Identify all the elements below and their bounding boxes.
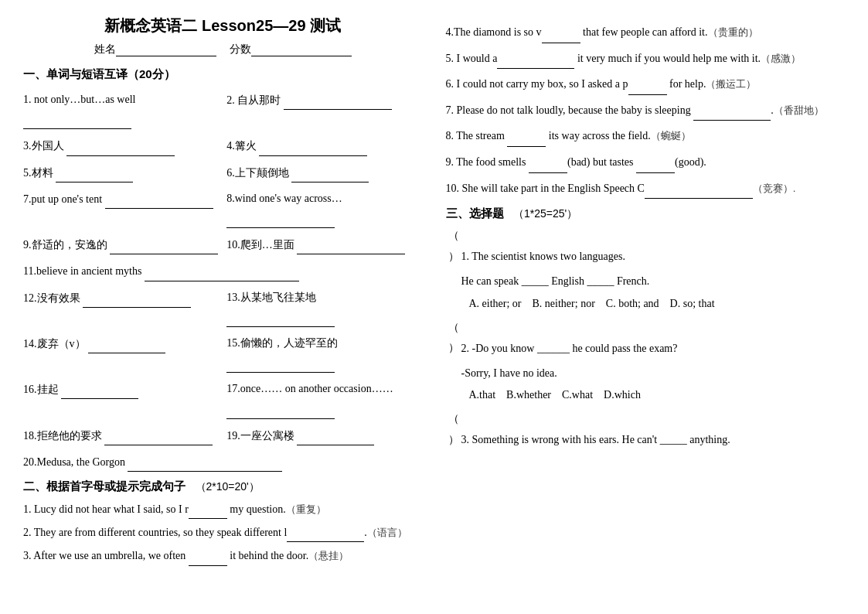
list-item: 1. Lucy did not hear what I said, so I r… <box>23 499 423 519</box>
list-item: 13.从某地飞往某地 <box>226 288 422 327</box>
list-item: 6. I could not carry my box, so I asked … <box>446 73 846 95</box>
list-item: 6.上下颠倒地 <box>226 162 422 182</box>
list-item: 20.Medusa, the Gorgon <box>23 452 423 472</box>
question-item: （ ）2. -Do you know ______ he could pass … <box>446 318 846 359</box>
subtitle: 姓名 分数 <box>23 43 423 56</box>
item-text: not only…but…as well <box>34 94 135 105</box>
list-item: 8. The stream its way across the field.（… <box>446 125 846 147</box>
list-item: 17.once…… on another occasion…… <box>226 379 422 418</box>
section3-title: 三、选择题 （1*25=25'） <box>446 206 846 221</box>
page-title: 新概念英语二 Lesson25—29 测试 <box>23 15 423 36</box>
section2-title: 二、根据首字母或提示完成句子 （2*10=20'） <box>23 479 423 494</box>
list-item: 5. I would a it very much if you would h… <box>446 48 846 70</box>
question-item: （ ）3. Something is wrong with his ears. … <box>446 409 846 450</box>
list-item: 3. After we use an umbrella, we often it… <box>23 545 423 565</box>
name-label: 姓名 <box>94 43 116 55</box>
list-item: 8.wind one's way across… <box>226 189 422 228</box>
list-item: 19.一座公寓楼 <box>226 425 422 445</box>
list-item: 14.废弃（v） <box>23 333 219 373</box>
choice-options: A. either; or B. neither; nor C. both; a… <box>469 294 846 313</box>
list-item: 11.believe in ancient myths <box>23 261 423 281</box>
list-item: 3.外国人 <box>23 135 219 155</box>
list-item: 15.偷懒的，人迹罕至的 <box>226 333 422 373</box>
item-num: 1. <box>23 94 32 105</box>
list-item: 2. 自从那时 <box>226 90 422 129</box>
list-item: 10. She will take part in the English Sp… <box>446 178 846 200</box>
list-item: 9. The food smells (bad) but tastes (goo… <box>446 152 846 173</box>
score-label: 分数 <box>230 43 251 55</box>
choice-options: A.that B.whether C.what D.which <box>469 385 846 404</box>
list-item: 4.篝火 <box>226 135 422 155</box>
list-item: 16.挂起 <box>23 379 219 418</box>
choice-subtext: -Sorry, I have no idea. <box>461 363 846 383</box>
list-item: 7. Please do not talk loudly, because th… <box>446 100 846 121</box>
item-num: 2. <box>226 94 235 106</box>
item-text: 自从那时 <box>237 94 281 106</box>
list-item: 4.The diamond is so v that few people ca… <box>446 22 846 43</box>
list-item: 9.舒适的，安逸的 <box>23 234 219 254</box>
list-item: 7.put up one's tent <box>23 189 219 228</box>
list-item: 1. not only…but…as well <box>23 90 219 129</box>
list-item: 10.爬到…里面 <box>226 234 422 254</box>
choice-subtext: He can speak _____ English _____ French. <box>461 271 846 291</box>
list-item: 12.没有效果 <box>23 288 219 327</box>
list-item: 2. They are from different countries, so… <box>23 522 423 542</box>
list-item: 18.拒绝他的要求 <box>23 425 219 445</box>
question-item: （ ）1. The scientist knows two languages. <box>446 226 846 267</box>
list-item: 5.材料 <box>23 162 219 182</box>
section1-title: 一、单词与短语互译（20分） <box>23 67 423 82</box>
